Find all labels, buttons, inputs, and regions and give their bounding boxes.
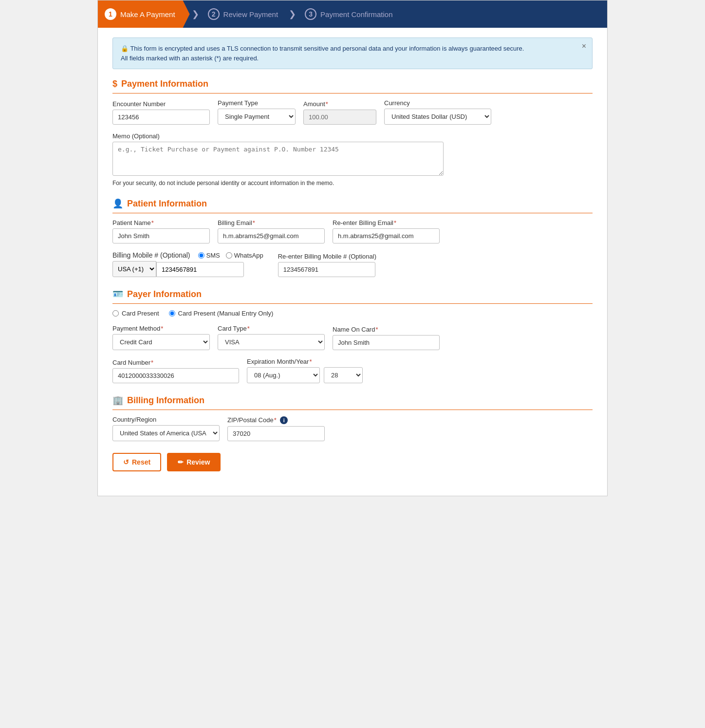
phone-number-input[interactable]	[156, 262, 244, 277]
country-code-select[interactable]: USA (+1) ▾	[112, 261, 156, 277]
exp-selects: 01 (Jan.) 02 (Feb.) 03 (Mar.) 04 (Apr.) …	[247, 367, 363, 383]
card-present-radio-group: Card Present Card Present (Manual Entry …	[112, 310, 593, 317]
step-arrow-2: ❯	[289, 0, 296, 28]
re-billing-email-label: Re-enter Billing Email*	[333, 219, 440, 226]
exp-month-year-label: Expiration Month/Year*	[247, 358, 363, 365]
step-1-number: 1	[105, 8, 116, 20]
country-region-label: Country/Region	[112, 416, 220, 423]
card-present-manual-radio[interactable]	[169, 310, 175, 317]
payment-type-select[interactable]: Single Payment Payment Plan	[218, 109, 296, 125]
patient-name-label: Patient Name*	[112, 219, 210, 226]
card-present-radio[interactable]	[112, 310, 119, 317]
card-number-label: Card Number*	[112, 359, 239, 366]
step-1[interactable]: 1 Make A Payment	[98, 0, 190, 28]
card-number-input[interactable]	[112, 368, 239, 383]
card-icon: 🪪	[112, 289, 123, 299]
name-on-card-input[interactable]	[333, 335, 440, 350]
billing-info-row-1: Country/Region United States of America …	[112, 416, 593, 441]
currency-select[interactable]: United States Dollar (USD) Euro (EUR) Br…	[384, 109, 491, 125]
phone-input-row: USA (+1) ▾	[112, 261, 263, 277]
zip-input[interactable]	[227, 426, 325, 441]
memo-label: Memo (Optional)	[112, 132, 593, 140]
patient-info-section: 👤 Patient Information Patient Name* Bill…	[112, 198, 593, 277]
billing-info-section: 🏢 Billing Information Country/Region Uni…	[112, 395, 593, 441]
step-2-label: Review Payment	[223, 10, 278, 19]
card-type-select[interactable]: VISA MasterCard American Express Discove…	[218, 334, 325, 350]
card-present-manual-option[interactable]: Card Present (Manual Entry Only)	[169, 310, 274, 317]
encounter-number-label: Encounter Number	[112, 100, 210, 108]
billing-info-header: 🏢 Billing Information	[112, 395, 593, 410]
sms-whatsapp-group: SMS WhatsApp	[198, 252, 263, 259]
card-type-group: Card Type* VISA MasterCard American Expr…	[218, 325, 325, 350]
alert-close-button[interactable]: ×	[582, 42, 586, 51]
billing-info-title: Billing Information	[127, 395, 204, 406]
re-billing-mobile-label: Re-enter Billing Mobile # (Optional)	[278, 253, 376, 260]
step-3-label: Payment Confirmation	[320, 10, 392, 19]
name-on-card-group: Name On Card*	[333, 326, 440, 350]
currency-label: Currency	[384, 99, 491, 107]
re-billing-email-group: Re-enter Billing Email*	[333, 219, 440, 243]
top-navigation: 1 Make A Payment ❯ 2 Review Payment ❯ 3 …	[98, 0, 607, 28]
reset-button[interactable]: ↺ Reset	[112, 453, 161, 471]
alert-box: 🔒 This form is encrypted and uses a TLS …	[112, 37, 593, 69]
card-type-label: Card Type*	[218, 325, 325, 332]
memo-textarea[interactable]	[112, 142, 444, 176]
payment-method-label: Payment Method*	[112, 325, 210, 332]
whatsapp-radio[interactable]	[226, 252, 232, 259]
alert-text-2: All fields marked with an asterisk (*) a…	[121, 54, 584, 63]
step-arrow-1: ❯	[192, 0, 199, 28]
card-number-group: Card Number*	[112, 359, 239, 383]
billing-email-input[interactable]	[218, 228, 325, 243]
payment-info-title: Payment Information	[121, 79, 208, 89]
patient-info-row-1: Patient Name* Billing Email* Re-enter Bi…	[112, 219, 593, 243]
billing-mobile-group: Billing Mobile # (Optional) SMS WhatsApp	[112, 251, 263, 277]
main-content: 🔒 This form is encrypted and uses a TLS …	[98, 28, 607, 481]
reset-label: Reset	[132, 458, 150, 466]
zip-label: ZIP/Postal Code* i	[227, 416, 325, 424]
currency-group: Currency United States Dollar (USD) Euro…	[384, 99, 491, 125]
building-icon: 🏢	[112, 395, 123, 406]
card-present-manual-label: Card Present (Manual Entry Only)	[178, 310, 274, 317]
step-2[interactable]: 2 Review Payment	[201, 0, 287, 28]
payer-info-row-2: Card Number* Expiration Month/Year* 01 (…	[112, 358, 593, 383]
exp-year-select[interactable]: 24 25 26 27 28 29 30	[324, 367, 363, 383]
patient-info-title: Patient Information	[127, 199, 207, 209]
step-3[interactable]: 3 Payment Confirmation	[298, 0, 401, 28]
exp-month-year-group: Expiration Month/Year* 01 (Jan.) 02 (Feb…	[247, 358, 363, 383]
step-2-number: 2	[208, 8, 220, 20]
patient-name-group: Patient Name*	[112, 219, 210, 243]
sms-label: SMS	[206, 252, 220, 259]
whatsapp-option[interactable]: WhatsApp	[226, 252, 263, 259]
review-button[interactable]: ✏ Review	[167, 453, 221, 471]
re-phone-input[interactable]	[278, 262, 375, 277]
payment-method-select[interactable]: Credit Card ACH/eCheck Cash	[112, 334, 210, 350]
payer-info-title: Payer Information	[127, 289, 202, 299]
amount-input[interactable]	[303, 110, 376, 125]
payment-method-group: Payment Method* Credit Card ACH/eCheck C…	[112, 325, 210, 350]
sms-option[interactable]: SMS	[198, 252, 220, 259]
card-present-label: Card Present	[122, 310, 159, 317]
payment-type-label: Payment Type	[218, 99, 296, 107]
payer-info-header: 🪪 Payer Information	[112, 289, 593, 304]
encounter-number-input[interactable]	[112, 110, 210, 125]
action-buttons: ↺ Reset ✏ Review	[112, 453, 593, 471]
amount-label: Amount*	[303, 100, 376, 108]
country-region-select[interactable]: United States of America (USA) Canada Un…	[112, 425, 220, 441]
memo-group: Memo (Optional) For your security, do no…	[112, 132, 593, 187]
patient-name-input[interactable]	[112, 228, 210, 243]
exp-month-select[interactable]: 01 (Jan.) 02 (Feb.) 03 (Mar.) 04 (Apr.) …	[247, 367, 320, 383]
memo-security-note: For your security, do not include person…	[112, 180, 593, 187]
billing-email-label: Billing Email*	[218, 219, 325, 226]
review-label: Review	[186, 458, 210, 466]
step-1-label: Make A Payment	[120, 10, 175, 19]
country-region-group: Country/Region United States of America …	[112, 416, 220, 441]
re-billing-email-input[interactable]	[333, 228, 440, 243]
encounter-number-group: Encounter Number	[112, 100, 210, 125]
card-present-option[interactable]: Card Present	[112, 310, 159, 317]
sms-radio[interactable]	[198, 252, 204, 259]
re-billing-mobile-group: Re-enter Billing Mobile # (Optional)	[278, 253, 376, 277]
billing-mobile-label: Billing Mobile # (Optional)	[112, 251, 190, 259]
zip-info-icon[interactable]: i	[280, 416, 288, 424]
payment-info-row-1: Encounter Number Payment Type Single Pay…	[112, 99, 593, 125]
payment-info-section: $ Payment Information Encounter Number P…	[112, 79, 593, 187]
